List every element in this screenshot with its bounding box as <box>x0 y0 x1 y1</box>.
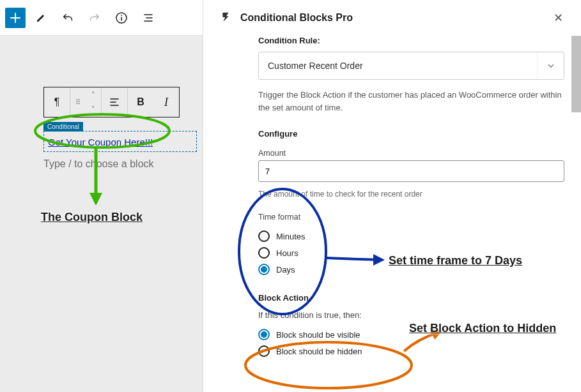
close-icon[interactable]: ✕ <box>550 11 566 25</box>
radio-icon <box>258 230 270 242</box>
undo-button[interactable] <box>56 6 79 29</box>
radio-label: Minutes <box>276 232 306 241</box>
scrollbar[interactable] <box>571 36 581 112</box>
chevron-down-icon <box>537 52 564 79</box>
coupon-block[interactable]: Conditional Get Your Coupon Here!!! <box>43 121 197 152</box>
configure-label: Configure <box>258 129 564 139</box>
radio-icon <box>258 345 270 357</box>
align-button[interactable] <box>102 87 127 117</box>
move-down-button[interactable]: ˅ <box>86 102 101 117</box>
radio-icon <box>258 247 270 259</box>
block-action-help: If this condition is true, then: <box>258 310 564 320</box>
coupon-link-text[interactable]: Get Your Coupon Here!!! <box>48 137 153 147</box>
time-format-options: MinutesHoursDays <box>258 228 564 278</box>
outline-button[interactable] <box>137 6 160 29</box>
radio-label: Hours <box>276 248 298 258</box>
italic-button[interactable]: I <box>153 87 179 117</box>
edit-mode-button[interactable] <box>29 6 52 29</box>
redo-button[interactable] <box>83 6 106 29</box>
bold-button[interactable]: B <box>128 87 153 117</box>
amount-label: Amount <box>258 149 564 158</box>
amount-input[interactable] <box>258 160 564 182</box>
radio-icon <box>258 329 270 340</box>
radio-option[interactable]: Days <box>258 261 564 278</box>
radio-icon <box>258 264 270 275</box>
time-format-label: Time format <box>258 213 564 222</box>
radio-option[interactable]: Block should be visible <box>258 326 564 343</box>
block-appender-placeholder[interactable]: Type / to choose a block <box>43 158 154 170</box>
conditional-badge: Conditional <box>43 122 83 132</box>
radio-label: Block should be hidden <box>276 347 362 356</box>
block-toolbar: ¶ ⠿ ˄ ˅ B I <box>43 87 180 117</box>
amount-help-text: The amount of time to check for the rece… <box>258 188 564 200</box>
conditional-blocks-panel: Conditional Blocks Pro ✕ Condition Rule:… <box>203 0 581 392</box>
drag-handle-icon[interactable]: ⠿ <box>70 87 86 117</box>
condition-rule-select[interactable]: Customer Recent Order <box>258 52 564 80</box>
panel-header: Conditional Blocks Pro ✕ <box>203 0 581 36</box>
radio-option[interactable]: Block should be hidden <box>258 343 564 359</box>
add-block-button[interactable] <box>5 8 26 28</box>
details-button[interactable] <box>110 6 133 29</box>
panel-body[interactable]: Condition Rule: Customer Recent Order Tr… <box>203 36 581 392</box>
plugin-icon <box>219 10 233 26</box>
move-up-button[interactable]: ˄ <box>86 87 101 102</box>
radio-label: Block should be visible <box>276 330 360 340</box>
svg-rect-1 <box>121 17 122 20</box>
condition-rule-value: Customer Recent Order <box>268 61 363 71</box>
panel-title: Conditional Blocks Pro <box>240 12 353 24</box>
radio-label: Days <box>276 265 295 275</box>
block-action-options: Block should be visibleBlock should be h… <box>258 326 564 359</box>
svg-rect-2 <box>121 15 122 16</box>
trigger-help-text: Trigger the Block Action if the customer… <box>258 89 564 114</box>
paragraph-icon[interactable]: ¶ <box>44 87 70 117</box>
radio-option[interactable]: Hours <box>258 245 564 261</box>
condition-rule-label: Condition Rule: <box>258 36 564 45</box>
block-action-label: Block Action <box>258 293 564 303</box>
radio-option[interactable]: Minutes <box>258 228 564 245</box>
